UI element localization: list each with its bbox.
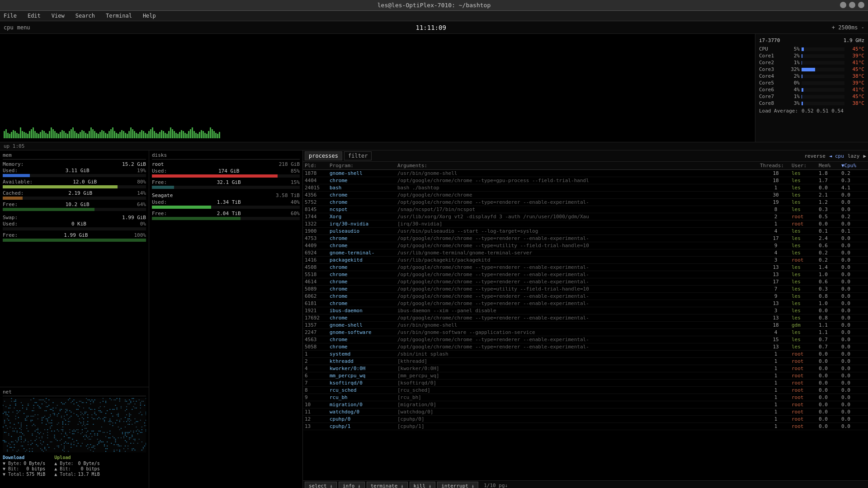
proc-row[interactable]: 4404 chrome /opt/google/chrome/chrome --… — [303, 177, 868, 184]
proc-mem: 0.5 — [819, 214, 841, 220]
proc-row[interactable]: 1921 ibus-daemon ibus-daemon --xim --pan… — [303, 307, 868, 314]
cpu-bar-118 — [217, 134, 218, 138]
proc-user: les — [792, 279, 819, 285]
proc-prog: watchdog/0 — [330, 409, 397, 415]
proc-row[interactable]: 7 ksoftirqd/0 [ksoftirqd/0] 1 root 0.0 0… — [303, 380, 868, 387]
cpu-bar-82 — [152, 127, 153, 138]
proc-pid: 4508 — [305, 264, 330, 270]
proc-row[interactable]: 1 systemd /sbin/init splash 1 root 0.0 0… — [303, 351, 868, 358]
refresh-rate[interactable]: + 2500ms - — [832, 24, 864, 31]
upload-label: Upload — [54, 455, 99, 460]
window-controls[interactable] — [840, 2, 864, 8]
core-temp-4: 38°C — [846, 73, 864, 79]
bottom-btn-info[interactable]: info ↓ — [339, 482, 365, 488]
menu-item-file[interactable]: File — [2, 12, 19, 20]
proc-row[interactable]: 1744 Xorg /usr/lib/xorg/Xorg vt2 -displa… — [303, 213, 868, 221]
col-header-cpu[interactable]: ▼Cpu% — [841, 163, 866, 169]
proc-row[interactable]: 8145 ncspot /snap/ncspot/17/bin/ncspot 8… — [303, 206, 868, 213]
proc-row[interactable]: 13 cpuhp/1 [cpuhp/1] 1 root 0.0 0.0 — [303, 423, 868, 430]
proc-row[interactable]: 10 migration/0 [migration/0] 1 root 0.0 … — [303, 401, 868, 408]
proc-args: /opt/google/chrome/chrome --type=rendere… — [397, 272, 760, 277]
uptime-bar: up 1:05 — [0, 142, 868, 150]
proc-row[interactable]: 5518 chrome /opt/google/chrome/chrome --… — [303, 271, 868, 278]
cpu-bar-39 — [74, 131, 75, 138]
proc-threads: 18 — [760, 178, 792, 183]
proc-row[interactable]: 8 rcu_sched [rcu_sched] 1 root 0.0 0.0 — [303, 387, 868, 394]
proc-row[interactable]: 12 cpuhp/0 [cpuhp/0] 1 root 0.0 0.0 — [303, 416, 868, 423]
proc-row[interactable]: 4508 chrome /opt/google/chrome/chrome --… — [303, 264, 868, 271]
proc-row[interactable]: 2247 gnome-software /usr/bin/gnome-softw… — [303, 329, 868, 336]
bottom-btn-select[interactable]: select ↓ — [305, 482, 337, 488]
cpu-bar-70 — [130, 127, 132, 138]
core-row-4: Core4 2% 38°C — [759, 73, 864, 79]
menu-item-help[interactable]: Help — [141, 12, 158, 20]
proc-mem: 0.6 — [819, 243, 841, 249]
proc-cpu: 0.0 — [841, 373, 866, 379]
proc-cpu: 0.0 — [841, 329, 866, 335]
proc-row[interactable]: 5089 chrome /opt/google/chrome/chrome --… — [303, 286, 868, 293]
sort-lazy[interactable]: lazy — [848, 153, 860, 159]
menu-item-view[interactable]: View — [50, 12, 66, 20]
bottom-btn-kill[interactable]: kill ↓ — [410, 482, 436, 488]
proc-row[interactable]: 4563 chrome /opt/google/chrome/chrome --… — [303, 336, 868, 343]
maximize-button[interactable] — [849, 2, 855, 8]
proc-row[interactable]: 4356 chrome /opt/google/chrome/chrome 30… — [303, 192, 868, 199]
proc-pid: 10 — [305, 402, 330, 408]
cpu-bar-37 — [71, 129, 72, 138]
proc-row[interactable]: 4409 chrome /opt/google/chrome/chrome --… — [303, 242, 868, 249]
proc-args: /opt/google/chrome/chrome --type=rendere… — [397, 293, 760, 299]
proc-row[interactable]: 5058 chrome /opt/google/chrome/chrome --… — [303, 343, 868, 351]
core-bar-8 — [802, 102, 844, 105]
proc-user: les — [792, 250, 819, 256]
proc-prog: chrome — [330, 199, 397, 205]
proc-row[interactable]: 1416 packagekitd /usr/lib/packagekit/pac… — [303, 257, 868, 264]
sort-reverse[interactable]: reverse — [804, 153, 825, 159]
proc-row[interactable]: 4753 chrome /opt/google/chrome/chrome --… — [303, 235, 868, 242]
proc-pid: 4753 — [305, 235, 330, 241]
core-pct-8: 3% — [784, 100, 800, 106]
proc-row[interactable]: 5752 chrome /opt/google/chrome/chrome --… — [303, 199, 868, 206]
proc-mem: 1.0 — [819, 272, 841, 277]
proc-user: root — [792, 423, 819, 429]
proc-row[interactable]: 1878 gnome-shell /usr/bin/gnome-shell 18… — [303, 170, 868, 177]
proc-row[interactable]: 1900 pulseaudio /usr/bin/pulseaudio --st… — [303, 228, 868, 235]
menu-item-edit[interactable]: Edit — [26, 12, 42, 20]
proc-row[interactable]: 4 kworker/0:0H [kworker/0:0H] 1 root 0.0… — [303, 365, 868, 372]
proc-row[interactable]: 1322 irq/30-nvidia [irq/30-nvidia] 1 roo… — [303, 221, 868, 228]
cpu-bar-42 — [80, 132, 81, 138]
proc-row[interactable]: 9 rcu_bh [rcu_bh] 1 root 0.0 0.0 — [303, 394, 868, 401]
cpu-bar-23 — [45, 133, 47, 138]
proc-mem: 0.8 — [819, 315, 841, 321]
proc-threads: 7 — [760, 286, 792, 292]
sort-cpu[interactable]: ◄ cpu — [829, 153, 844, 159]
core-label-7: Core7 — [759, 94, 784, 99]
proc-prog: migration/0 — [330, 402, 397, 408]
bottom-btn-terminate[interactable]: terminate ↓ — [367, 482, 408, 488]
proc-row[interactable]: 1357 gnome-shell /usr/bin/gnome-shell 18… — [303, 322, 868, 329]
tab-processes[interactable]: processes — [305, 151, 342, 160]
proc-row[interactable]: 6181 chrome /opt/google/chrome/chrome --… — [303, 300, 868, 307]
cpu-bar-57 — [107, 134, 108, 138]
proc-row[interactable]: 6062 chrome /opt/google/chrome/chrome --… — [303, 293, 868, 300]
bottom-btn-interrupt[interactable]: interrupt ↓ — [437, 482, 478, 488]
proc-cpu: 0.0 — [841, 293, 866, 299]
proc-row[interactable]: 24015 bash bash ./bashtop 1 les 0.0 4.1 — [303, 184, 868, 192]
proc-args: [kworker/0:0H] — [397, 366, 760, 371]
proc-row[interactable]: 6924 gnome-terminal- /usr/lib/gnome-term… — [303, 249, 868, 257]
minimize-button[interactable] — [840, 2, 846, 8]
proc-row[interactable]: 6 mm_percpu_wq [mm_percpu_wq] 1 root 0.0… — [303, 372, 868, 380]
menu-item-terminal[interactable]: Terminal — [104, 12, 134, 20]
proc-cpu: 0.0 — [841, 423, 866, 429]
sort-arrow[interactable]: ▶ — [863, 153, 866, 159]
disks-panel: disks root 218 GiB Used: 174 GiB 85% Fre… — [149, 150, 303, 488]
proc-row[interactable]: 17692 chrome /opt/google/chrome/chrome -… — [303, 314, 868, 322]
tab-filter[interactable]: filter — [344, 151, 372, 160]
col-header-pid: Pld: — [305, 163, 330, 169]
proc-pid: 5058 — [305, 344, 330, 350]
proc-row[interactable]: 2 kthreadd [kthreadd] 1 root 0.0 0.0 — [303, 358, 868, 365]
close-button[interactable] — [858, 2, 864, 8]
proc-row[interactable]: 4614 chrome /opt/google/chrome/chrome --… — [303, 278, 868, 286]
core-bar-5 — [802, 81, 844, 85]
menu-item-search[interactable]: Search — [74, 12, 97, 20]
proc-row[interactable]: 11 watchdog/0 [watchdog/0] 1 root 0.0 0.… — [303, 408, 868, 416]
